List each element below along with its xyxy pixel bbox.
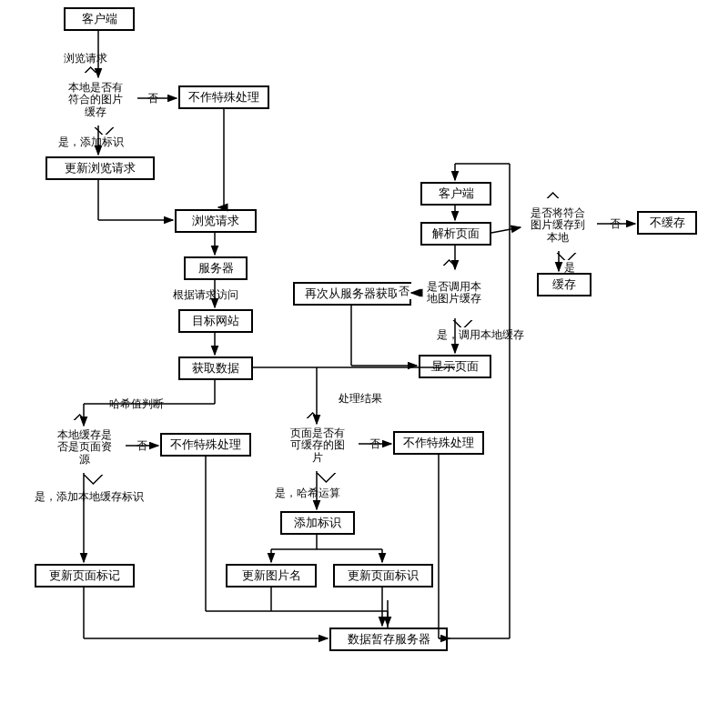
svg-line-39 bbox=[491, 227, 521, 233]
